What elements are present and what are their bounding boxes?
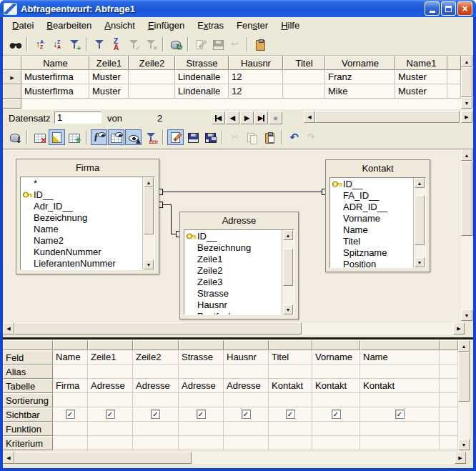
field-item-postfach[interactable]: Postfach [184, 310, 294, 315]
design-cell-sichtbar[interactable]: ✓ [53, 407, 88, 422]
scrollbar-thumb[interactable] [315, 111, 460, 123]
save-icon[interactable] [184, 129, 201, 145]
design-grid-hscrollbar[interactable]: ◀▶ [3, 452, 466, 464]
design-column-header[interactable] [269, 340, 312, 350]
run-query-icon[interactable]: ↓ [6, 129, 23, 145]
menu-fenster[interactable]: Fenster [230, 19, 274, 32]
save-as-icon[interactable] [202, 129, 218, 145]
row-label-sichtbar[interactable]: Sichtbar [3, 407, 53, 422]
design-cell-alias[interactable] [312, 365, 360, 379]
field-item-adrid[interactable]: Adr_ID__ [21, 200, 154, 212]
table-panel-kontakt[interactable]: KontaktID__FA_ID__ADR_ID__VornameNameTit… [325, 159, 430, 272]
field-item-name[interactable]: Name [21, 223, 154, 234]
first-record-button[interactable]: ◀ [212, 111, 225, 124]
field-item-name[interactable]: Name [330, 224, 425, 235]
field-item-zeile3[interactable]: Zeile3 [184, 276, 294, 287]
scrollbar-thumb[interactable] [461, 162, 472, 236]
design-cell-kriterium[interactable] [224, 436, 269, 450]
design-cell-feld[interactable]: Zeile1 [88, 350, 133, 365]
design-grid-vscrollbar[interactable]: ▲▼ [458, 340, 470, 450]
menu-bearbeiten[interactable]: Bearbeiten [40, 19, 98, 32]
scrollbar-thumb[interactable] [14, 452, 192, 464]
clear-query-icon[interactable]: × [31, 129, 48, 145]
design-cell-funktion[interactable] [88, 422, 133, 436]
scrollbar-thumb[interactable] [458, 352, 470, 402]
scroll-right-icon[interactable]: ▶ [455, 452, 466, 464]
scroll-up-icon[interactable]: ▲ [415, 178, 425, 188]
result-cell[interactable]: Mike [325, 84, 395, 99]
result-cell[interactable]: Muster [89, 84, 129, 99]
design-view-icon[interactable] [49, 129, 65, 145]
design-cell-tabelle[interactable]: Firma [53, 379, 88, 393]
design-cell-kriterium[interactable] [269, 436, 312, 450]
scrollbar-thumb[interactable] [144, 187, 154, 234]
field-item-asterisk[interactable]: * [21, 177, 154, 189]
design-cell-funktion[interactable] [312, 422, 360, 436]
field-item-titel[interactable]: Titel [330, 235, 425, 247]
design-cell-funktion[interactable] [224, 422, 269, 436]
scroll-up-icon[interactable]: ▲ [283, 230, 293, 240]
alias-icon[interactable]: ▲ [125, 129, 142, 145]
scroll-up-icon[interactable]: ▲ [144, 177, 154, 187]
design-cell-sichtbar[interactable]: ✓ [269, 407, 312, 422]
result-cell[interactable] [129, 70, 175, 84]
autofilter-icon[interactable]: + [66, 36, 82, 52]
result-column-header[interactable]: Strasse [175, 56, 229, 70]
design-cell-feld[interactable]: Name [360, 350, 440, 365]
menu-ansicht[interactable]: Ansicht [98, 19, 142, 32]
result-cell[interactable] [283, 84, 325, 99]
design-cell-sortierung[interactable] [224, 393, 269, 407]
design-cell-sortierung[interactable] [53, 393, 88, 407]
table-panel-adresse[interactable]: AdresseID__BezeichnungZeile1Zeile2Zeile3… [179, 212, 299, 319]
functions-icon[interactable]: ƒ [91, 129, 107, 145]
standard-filter-icon[interactable] [91, 36, 107, 52]
design-cell-funktion[interactable] [360, 422, 440, 436]
result-cell[interactable]: 12 [229, 70, 283, 84]
result-cell[interactable]: Franz [325, 70, 395, 84]
scroll-left-icon[interactable]: ◀ [304, 111, 315, 123]
sichtbar-checkbox[interactable]: ✓ [66, 410, 75, 419]
design-cell-sortierung[interactable] [88, 393, 133, 407]
scroll-down-icon[interactable]: ▼ [461, 97, 472, 109]
scroll-up-icon[interactable]: ▲ [461, 56, 472, 67]
last-record-button[interactable]: ▶ [254, 111, 268, 124]
field-item-kundennummer[interactable]: KundenNummer [21, 246, 154, 257]
result-cell[interactable]: Lindenalle [175, 84, 229, 99]
data-to-fields-icon[interactable] [252, 36, 268, 52]
design-cell-kriterium[interactable] [179, 436, 224, 450]
design-cell-funktion[interactable] [179, 422, 224, 436]
design-cell-sichtbar[interactable]: ✓ [133, 407, 179, 422]
navigator-hscrollbar[interactable]: ◀▶ [304, 111, 472, 123]
row-label-alias[interactable]: Alias [3, 365, 53, 379]
minimize-button[interactable] [425, 1, 440, 16]
field-list-scrollbar[interactable]: ▲▼ [282, 230, 294, 314]
field-item-hausnr[interactable]: Hausnr [184, 299, 294, 310]
design-cell-feld[interactable]: Zeile2 [133, 350, 179, 365]
edit-mode-icon[interactable] [167, 129, 184, 145]
scroll-up-icon[interactable]: ▲ [458, 340, 470, 352]
new-record-button[interactable]: * [269, 111, 282, 124]
record-number-input[interactable] [54, 111, 101, 124]
result-cell[interactable]: 12 [229, 84, 283, 99]
close-button[interactable]: × [457, 1, 472, 16]
menu-extras[interactable]: Extras [191, 19, 230, 32]
scrollbar-thumb[interactable] [461, 67, 472, 97]
field-item-id[interactable]: ID__ [21, 189, 154, 200]
scroll-down-icon[interactable]: ▼ [283, 304, 293, 314]
design-cell-kriterium[interactable] [312, 436, 360, 450]
row-selector[interactable] [3, 84, 21, 99]
sichtbar-checkbox[interactable]: ✓ [332, 410, 341, 419]
result-column-header[interactable]: Zeile2 [129, 56, 175, 70]
row-label-tabelle[interactable]: Tabelle [3, 379, 53, 393]
design-cell-alias[interactable] [53, 365, 88, 379]
design-cell-kriterium[interactable] [88, 436, 133, 450]
field-item-bezeichnung[interactable]: Bezeichnung [21, 212, 154, 223]
design-cell-sichtbar[interactable]: ✓ [224, 407, 269, 422]
sichtbar-checkbox[interactable]: ✓ [242, 410, 251, 419]
app-icon[interactable] [4, 3, 17, 15]
row-label-kriterium[interactable]: Kriterium [3, 436, 53, 450]
scroll-right-icon[interactable]: ▶ [453, 322, 465, 334]
design-cell-feld[interactable]: Vorname [312, 350, 360, 365]
paste-icon[interactable] [261, 129, 277, 145]
add-table-icon[interactable]: + [66, 129, 82, 145]
